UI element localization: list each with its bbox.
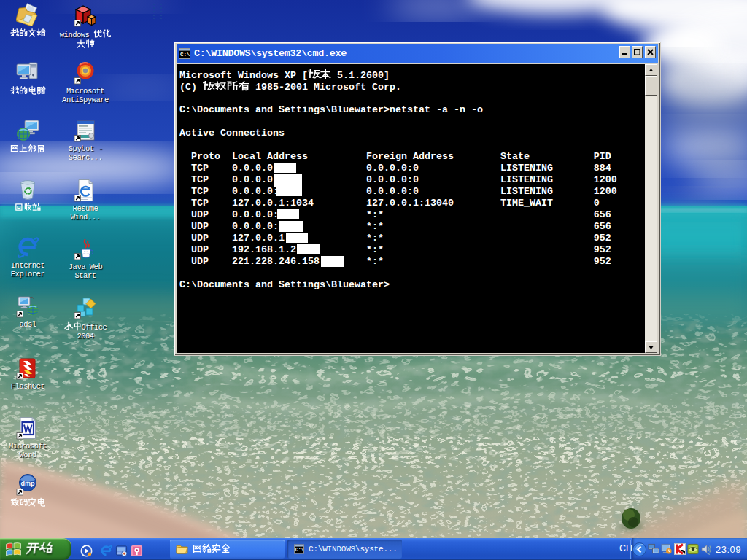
svg-text:C:\: C:\ — [295, 548, 304, 553]
svg-text:C:\: C:\ — [180, 52, 190, 58]
svg-text:dmp: dmp — [21, 480, 36, 487]
